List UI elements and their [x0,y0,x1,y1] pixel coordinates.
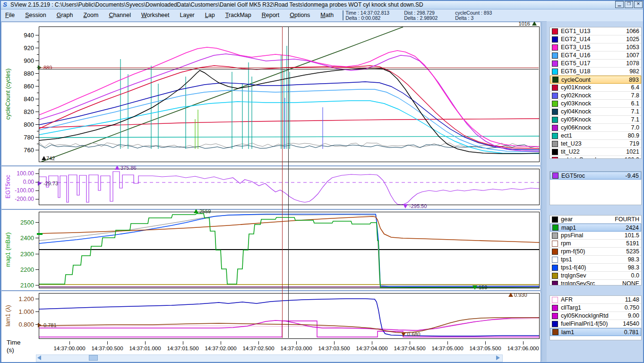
cursor-line-primary[interactable] [282,26,283,338]
time-tick-label: 14:37:04.500 [394,346,425,351]
y-tick-label: 2400 [20,234,34,242]
y-tick-mark [35,222,39,223]
y-tick-mark [35,299,39,299]
minimize-button[interactable]: ▁ [615,1,624,8]
channel-name: fuelFinalPri1-f(50) [561,320,623,327]
channel-row-fuelFinalPri1-f(50)[interactable]: fuelFinalPri1-f(50)14540 [550,320,641,328]
menu-item-trackmap[interactable]: TrackMap [220,9,257,21]
menu-item-math[interactable]: Math [315,9,339,21]
channel-row-cyl06Knock[interactable]: cyl06Knock7.0 [550,124,641,132]
menu-item-options[interactable]: Options [284,9,315,21]
channel-value: 1007 [626,52,639,59]
channel-row-cyl05KnockIgnRtd[interactable]: cyl05KnockIgnRtd9.00 [550,312,641,320]
channel-row-tps1-f(40)[interactable]: tps1-f(40)98.3 [550,264,641,272]
channel-row-EGT3_U15[interactable]: EGT3_U151053 [550,43,641,52]
channel-row-EGT2_U14[interactable]: EGT2_U141025 [550,35,641,43]
channel-row-gear[interactable]: gearFOURTH [550,216,641,224]
plot-map1[interactable] [39,212,540,288]
cursor-line-delta[interactable] [288,26,289,338]
series-lam1 [39,318,539,333]
channel-row-trqIgnSev[interactable]: trqIgnSev0.0 [550,272,641,280]
channel-row-cyl01Knock[interactable]: cyl01Knock6.4 [550,84,641,92]
menu-item-lap[interactable]: Lap [200,9,220,21]
y-tick-mark [35,199,39,199]
channel-name: EGT2_U14 [561,36,626,43]
channel-row-cllTarg1[interactable]: cllTarg10.750 [550,304,641,312]
scrollbar-right-arrow[interactable] [496,355,500,360]
channel-value: 7.8 [631,92,639,99]
time-tick-label: 14:37:01.000 [129,346,161,351]
channel-value: 11.48 [625,296,639,303]
plot-EGT5roc[interactable] [39,169,540,205]
channel-group-1: EGT5roc-9.45 [550,171,642,205]
channel-value: 14540 [623,320,639,327]
channel-value: FOURTH [615,216,639,223]
time-tick-mark [485,341,486,345]
time-scrollbar[interactable] [36,354,503,362]
scrollbar-left-arrow[interactable] [37,355,41,360]
channel-row-cyl05Knock[interactable]: cyl05Knock7.1 [550,116,641,124]
channel-color-swatch [552,36,558,43]
plot-cycleCount[interactable] [39,26,540,162]
channel-value: 5191 [626,240,639,247]
menu-item-session[interactable]: Session [20,9,51,21]
series-map1 [39,214,539,288]
channel-row-tit_U22[interactable]: tit_U221021 [550,148,641,156]
channel-row-rpm-f(50)[interactable]: rpm-f(50)5235 [550,248,641,256]
channel-row-rpm[interactable]: rpm5191 [550,240,641,248]
channel-row-cyl04Knock[interactable]: cyl04Knock7.1 [550,108,641,116]
channel-row-EGT4_U16[interactable]: EGT4_U161007 [550,52,641,60]
y-tick-label: 760 [24,147,34,154]
menu-item-graph[interactable]: Graph [52,9,78,21]
y-tick-mark [35,173,39,174]
channel-row-EGT5_U17[interactable]: EGT5_U171078 [550,60,641,68]
channel-color-swatch [552,28,558,35]
channel-row-EGT1_U13[interactable]: EGT1_U131066 [550,27,641,35]
channel-value: 6.4 [631,84,639,91]
y-tick-label: 800 [24,121,34,128]
channel-row-AFR[interactable]: AFR11.48 [550,296,641,304]
menu-item-report[interactable]: Report [257,9,285,21]
cursor-value-EGT5roc: -29.73 [43,181,58,186]
menu-item-layer[interactable]: Layer [174,9,199,21]
channel-row-EGT5roc[interactable]: EGT5roc-9.45 [550,172,641,180]
time-tick-mark [372,341,372,345]
time-tick-mark [410,341,410,345]
menu-item-channel[interactable]: Channel [103,9,136,21]
menu-items: FileSessionGraphZoomChannelWorksheetLaye… [0,9,339,21]
scrollbar-thumb[interactable] [89,355,98,361]
channel-row-cycleCount[interactable]: cycleCount893 [550,76,641,84]
channel-value: 80.9 [628,132,639,139]
channel-row-cyl02Knock[interactable]: cyl02Knock7.8 [550,92,641,100]
y-tick-label: 1.200 [18,295,34,302]
restore-button[interactable]: ❐ [625,1,633,8]
channel-row-trqIgnSevSrc[interactable]: trqIgnSevSrcNONE [550,280,641,285]
channel-row-tps1[interactable]: tps198.3 [550,256,641,264]
channel-row-cyl03Knock[interactable]: cyl03Knock6.1 [550,100,641,108]
y-axis-title-EGT5roc: EGT5roc [5,174,11,198]
menu-item-zoom[interactable]: Zoom [78,9,103,21]
channel-row-EGT6_U18[interactable]: EGT6_U18982 [550,68,641,76]
y-tick-label: 100.00 [17,170,34,177]
y-tick-label: 820 [24,108,34,115]
channel-row-vehicleSpeed[interactable]: vehicleSpeed130.9 [550,156,641,159]
channel-color-swatch [552,233,558,239]
channel-row-ect1[interactable]: ect180.9 [550,132,641,140]
channel-name: EGT6_U18 [561,68,629,75]
channel-value: 0.0 [631,272,639,279]
channel-row-ppsFinal[interactable]: ppsFinal101.5 [550,232,641,240]
cursor-status: Time : 14:37:02.813 Dist : 298.729 cycle… [345,9,507,21]
plot-lam1[interactable] [39,293,540,339]
channel-name: rpm-f(50) [561,248,626,255]
channel-row-map1[interactable]: map12424 [550,224,641,232]
channel-row-lam1[interactable]: lam10.781 [550,328,641,336]
close-button[interactable]: ✕ [634,1,643,8]
y-tick-label: 940 [24,32,34,39]
y-tick-mark [35,124,39,125]
annotation-EGT5roc: -295.50 [409,203,427,209]
menu-item-file[interactable]: File [0,9,20,21]
max-marker-EGT5roc [115,165,120,170]
menu-item-worksheet[interactable]: Worksheet [136,9,175,21]
time-tick-label: 14:37:05.500 [469,346,501,351]
channel-row-tet_U23[interactable]: tet_U23719 [550,140,641,148]
